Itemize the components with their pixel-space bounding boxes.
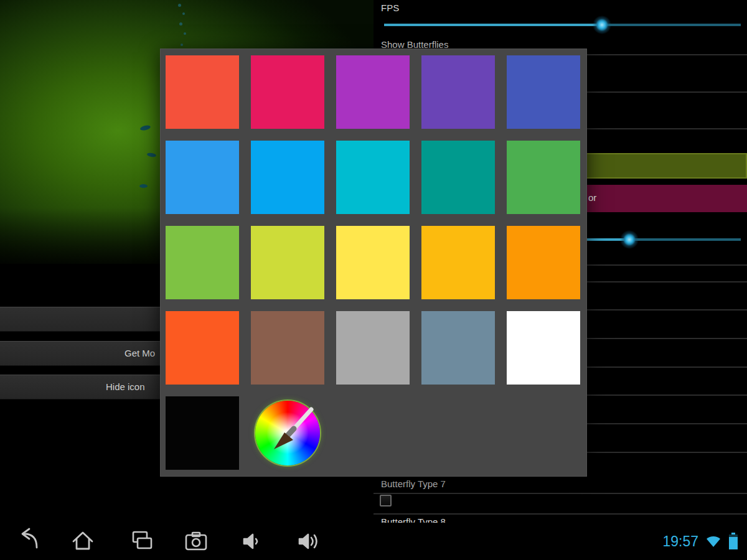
navigation-bar: 19:57 xyxy=(0,523,747,560)
home-icon xyxy=(69,528,96,555)
butterfly-color-label-fragment: or xyxy=(588,192,596,203)
color-wheel-icon[interactable] xyxy=(255,401,320,465)
color-swatch-6[interactable] xyxy=(251,141,324,214)
fps-slider-thumb[interactable] xyxy=(593,16,611,34)
color-swatch-1[interactable] xyxy=(251,55,324,129)
paintbrush-icon xyxy=(255,401,320,465)
status-cluster: 19:57 xyxy=(662,523,738,560)
fps-label: FPS xyxy=(381,2,399,13)
back-button[interactable] xyxy=(14,528,42,555)
color-swatch-20[interactable] xyxy=(166,396,239,470)
get-more-button-label: Get Mo xyxy=(125,342,155,365)
color-swatch-5[interactable] xyxy=(166,141,239,214)
color-swatch-7[interactable] xyxy=(336,141,410,214)
volume-up-button[interactable] xyxy=(294,528,322,555)
bubble-sprite xyxy=(182,12,185,15)
divider xyxy=(374,513,747,515)
bubble-sprite xyxy=(184,32,186,35)
volume-down-button[interactable] xyxy=(238,528,266,555)
screenshot-icon xyxy=(182,528,210,555)
color-swatch-17[interactable] xyxy=(336,311,410,385)
color-swatch-19[interactable] xyxy=(507,311,580,385)
color-swatch-3[interactable] xyxy=(421,55,495,129)
clock: 19:57 xyxy=(662,533,698,550)
hide-icon-button[interactable]: Hide icon xyxy=(0,375,176,399)
bubble-sprite xyxy=(181,44,183,46)
volume-down-icon xyxy=(238,528,266,555)
butterfly-type7-label: Butterfly Type 7 xyxy=(381,478,446,489)
color-swatch-16[interactable] xyxy=(251,311,324,385)
butterfly-sprite xyxy=(147,152,157,158)
color-swatch-18[interactable] xyxy=(421,311,495,385)
screenshot-button[interactable] xyxy=(182,528,210,555)
color-swatch-15[interactable] xyxy=(166,311,239,385)
bubble-sprite xyxy=(179,22,182,26)
color-swatch-2[interactable] xyxy=(336,55,410,129)
divider xyxy=(374,493,747,494)
color-swatch-12[interactable] xyxy=(336,226,410,299)
color-swatch-14[interactable] xyxy=(507,226,580,299)
fps-slider[interactable] xyxy=(384,16,741,34)
color-grid xyxy=(161,49,586,476)
color-swatch-4[interactable] xyxy=(507,55,580,129)
wifi-icon xyxy=(705,534,722,549)
recents-button[interactable] xyxy=(128,528,156,555)
color-swatch-10[interactable] xyxy=(166,226,239,299)
color-swatch-11[interactable] xyxy=(251,226,324,299)
color-swatch-0[interactable] xyxy=(166,55,239,129)
screen: FPS Show Butterflies or Butterfly Type 7 xyxy=(0,0,747,560)
color-swatch-13[interactable] xyxy=(421,226,495,299)
color-picker-dialog xyxy=(160,49,587,477)
volume-up-icon xyxy=(294,528,322,555)
background-button[interactable] xyxy=(0,307,176,332)
butterfly-sprite xyxy=(139,184,148,188)
battery-icon xyxy=(728,533,738,550)
size-slider-thumb[interactable] xyxy=(620,230,639,249)
butterfly-type7-checkbox[interactable] xyxy=(380,495,392,506)
hide-icon-button-label: Hide icon xyxy=(106,375,145,399)
custom-color-cell[interactable] xyxy=(251,396,324,470)
back-icon xyxy=(14,528,42,555)
get-more-button[interactable]: Get Mo xyxy=(0,341,176,366)
bubble-sprite xyxy=(178,4,181,7)
color-swatch-9[interactable] xyxy=(507,141,580,214)
butterfly-sprite xyxy=(139,124,151,131)
recents-icon xyxy=(128,528,156,555)
home-button[interactable] xyxy=(69,528,96,555)
color-swatch-8[interactable] xyxy=(421,141,495,214)
fps-slider-fill xyxy=(384,24,602,26)
